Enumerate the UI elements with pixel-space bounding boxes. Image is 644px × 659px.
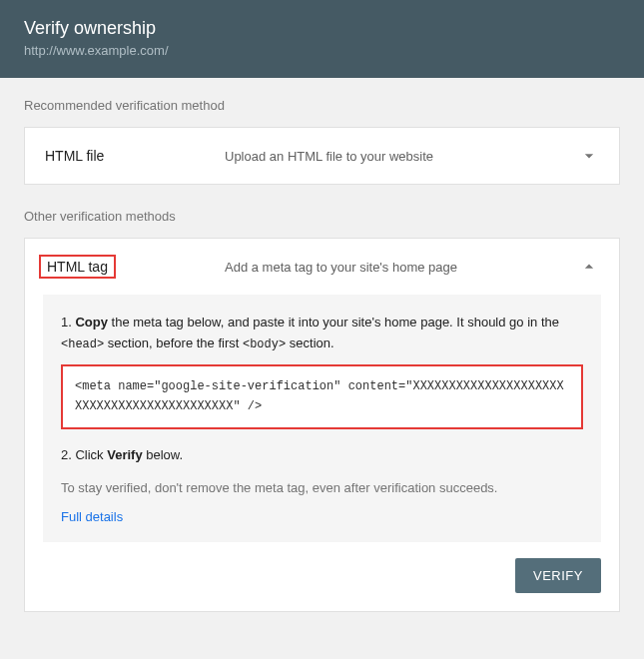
html-tag-panel: 1. Copy the meta tag below, and paste it… xyxy=(43,295,601,542)
chevron-down-icon xyxy=(579,146,599,166)
page-title: Verify ownership xyxy=(24,18,620,39)
method-title: HTML tag xyxy=(45,257,225,277)
actions: VERIFY xyxy=(25,558,619,611)
step-1: 1. Copy the meta tag below, and paste it… xyxy=(61,313,583,354)
page-header: Verify ownership http://www.example.com/ xyxy=(0,0,644,78)
method-title: HTML file xyxy=(45,148,225,164)
method-html-tag-header[interactable]: HTML tag Add a meta tag to your site's h… xyxy=(25,239,619,295)
method-html-file-header[interactable]: HTML file Upload an HTML file to your we… xyxy=(25,128,619,184)
content: Recommended verification method HTML fil… xyxy=(0,78,644,656)
verify-button[interactable]: VERIFY xyxy=(515,558,601,593)
highlight-html-tag: HTML tag xyxy=(39,255,116,279)
step-2: 2. Click Verify below. xyxy=(61,445,583,466)
method-html-tag: HTML tag Add a meta tag to your site's h… xyxy=(24,238,620,612)
chevron-up-icon xyxy=(579,257,599,277)
method-desc: Add a meta tag to your site's home page xyxy=(225,260,579,275)
method-html-file: HTML file Upload an HTML file to your we… xyxy=(24,127,620,185)
meta-tag-code[interactable]: <meta name="google-site-verification" co… xyxy=(61,364,583,429)
method-desc: Upload an HTML file to your website xyxy=(225,149,579,164)
page-subtitle: http://www.example.com/ xyxy=(24,43,620,58)
other-label: Other verification methods xyxy=(24,209,620,224)
full-details-link[interactable]: Full details xyxy=(61,509,583,524)
note: To stay verified, don't remove the meta … xyxy=(61,480,583,495)
recommended-label: Recommended verification method xyxy=(24,98,620,113)
